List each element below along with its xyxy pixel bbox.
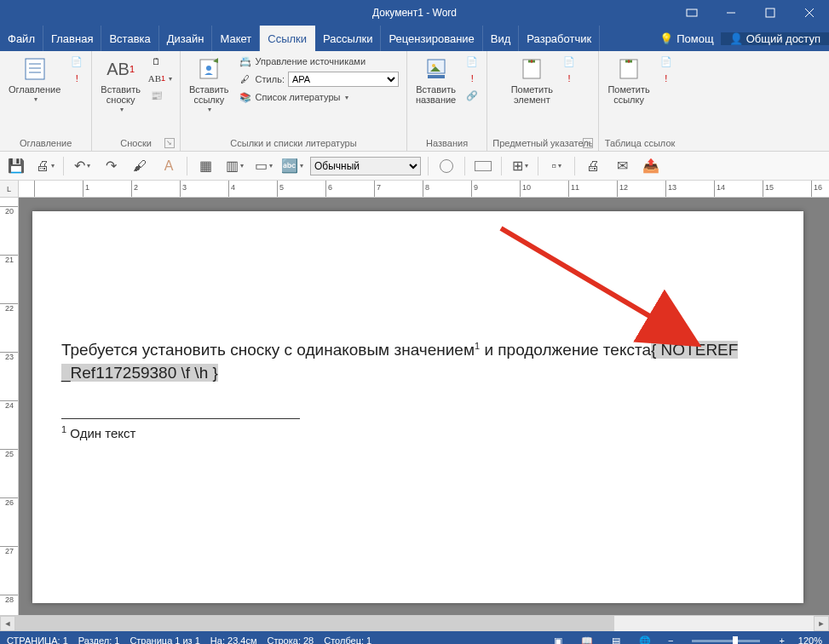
scroll-thumb[interactable]: [15, 616, 614, 631]
toc-add-text[interactable]: 📄: [67, 54, 86, 69]
orientation-button[interactable]: ▭: [252, 155, 274, 177]
status-at[interactable]: На: 23,4см: [210, 635, 257, 644]
text-box-button[interactable]: 🔤: [281, 155, 303, 177]
share-label: Общий доступ: [746, 32, 820, 45]
undo-button[interactable]: ↶: [71, 155, 93, 177]
insert-footnote-button[interactable]: AB1 Вставить сноску: [97, 54, 144, 116]
shape-rect[interactable]: [472, 155, 494, 177]
update-toa[interactable]: !: [657, 71, 676, 86]
view-gridlines[interactable]: ⊞: [509, 155, 531, 177]
cross-reference[interactable]: 🔗: [463, 88, 481, 103]
horizontal-scrollbar[interactable]: ◄ ►: [0, 615, 829, 630]
mark-citation-icon: [615, 55, 642, 83]
tab-file[interactable]: Файл: [0, 26, 43, 51]
manage-sources-icon: 📇: [239, 55, 252, 68]
tell-me[interactable]: 💡 Помощ: [653, 32, 720, 45]
tab-mailings[interactable]: Рассылки: [315, 26, 381, 51]
update-index-icon: !: [562, 72, 576, 85]
show-notes[interactable]: 📰: [147, 88, 175, 103]
zoom-knob[interactable]: [733, 636, 738, 645]
insert-table-figures[interactable]: 📄: [463, 54, 481, 69]
bulb-icon: 💡: [659, 32, 673, 45]
insert-index[interactable]: 📄: [560, 54, 579, 69]
citation-style-select[interactable]: APA: [288, 72, 399, 87]
footnote-text[interactable]: 1 Один текст: [61, 424, 774, 440]
bibliography-button[interactable]: 📚Список литературы: [236, 89, 401, 105]
status-col[interactable]: Столбец: 1: [324, 635, 371, 644]
zoom-slider[interactable]: [692, 640, 760, 642]
shape-circle[interactable]: [435, 155, 458, 177]
print-button[interactable]: 🖨: [582, 155, 604, 177]
scroll-right-button[interactable]: ►: [814, 616, 829, 631]
clear-format-button[interactable]: A: [158, 155, 180, 177]
zoom-level[interactable]: 120%: [798, 635, 822, 644]
footnotes-dialog-launcher[interactable]: ↘: [164, 138, 175, 148]
insert-table-button[interactable]: ▦: [194, 155, 216, 177]
title-bar: Документ1 - Word: [0, 0, 829, 26]
scroll-left-button[interactable]: ◄: [0, 616, 15, 631]
update-index[interactable]: !: [560, 71, 579, 86]
tab-view[interactable]: Вид: [483, 26, 520, 51]
quick-print-button[interactable]: 🖨: [34, 155, 56, 177]
document-area: 202122232425262728 Требуется установить …: [0, 198, 829, 615]
share-button[interactable]: 👤 Общий доступ: [721, 32, 829, 45]
ribbon-options-icon[interactable]: [672, 0, 711, 26]
tab-design[interactable]: Дизайн: [159, 26, 213, 51]
index-dialog-launcher[interactable]: ↘: [583, 138, 593, 148]
body-text[interactable]: Требуется установить сноску с одинаковым…: [61, 339, 774, 384]
scroll-track[interactable]: [15, 616, 814, 631]
maximize-button[interactable]: [751, 0, 790, 26]
status-line[interactable]: Строка: 28: [268, 635, 314, 644]
group-toc: Оглавление 📄 ! Оглавление: [0, 51, 92, 151]
group-captions-label: Названия: [412, 136, 481, 151]
insert-endnote[interactable]: 🗒: [147, 54, 175, 69]
update-table-figures[interactable]: !: [463, 71, 481, 86]
print-layout-button[interactable]: ▤: [607, 633, 625, 644]
insert-caption-button[interactable]: Вставить название: [412, 54, 459, 106]
toc-button[interactable]: Оглавление: [5, 54, 64, 106]
minimize-button[interactable]: [711, 0, 751, 26]
vertical-ruler[interactable]: 202122232425262728: [0, 198, 19, 615]
status-pageof[interactable]: Страница 1 из 1: [130, 635, 199, 644]
document-scroll[interactable]: Требуется установить сноску с одинаковым…: [19, 198, 829, 615]
tab-review[interactable]: Рецензирование: [381, 26, 482, 51]
zoom-out-button[interactable]: −: [665, 635, 676, 644]
status-page[interactable]: СТРАНИЦА: 1: [7, 635, 68, 644]
horizontal-ruler[interactable]: L 12345678910111213141516: [0, 181, 829, 198]
columns-button[interactable]: ▥: [223, 155, 245, 177]
macro-record-icon[interactable]: ▣: [549, 633, 567, 644]
next-footnote[interactable]: AB1: [147, 71, 175, 86]
insert-citation-button[interactable]: Вставить ссылку: [186, 54, 233, 116]
close-button[interactable]: [790, 0, 829, 26]
format-painter-button[interactable]: 🖌: [129, 155, 151, 177]
options-button[interactable]: 📤: [640, 155, 662, 177]
margins-button[interactable]: ▫: [545, 155, 567, 177]
page[interactable]: Требуется установить сноску с одинаковым…: [32, 211, 803, 603]
insert-toa[interactable]: 📄: [657, 54, 676, 69]
tab-home[interactable]: Главная: [43, 26, 101, 51]
tab-layout[interactable]: Макет: [212, 26, 260, 51]
tab-insert[interactable]: Вставка: [101, 26, 158, 51]
group-toa-label: Таблица ссылок: [604, 136, 675, 151]
read-mode-button[interactable]: 📖: [578, 633, 596, 644]
group-toa: Пометить ссылку 📄 ! Таблица ссылок: [599, 51, 680, 151]
tab-references[interactable]: Ссылки: [260, 26, 315, 51]
zoom-in-button[interactable]: +: [775, 635, 787, 644]
mark-citation-button[interactable]: Пометить ссылку: [604, 54, 653, 106]
text-part-2: и продолжение текста: [480, 341, 651, 359]
update-tof-icon: !: [465, 72, 479, 85]
manage-sources[interactable]: 📇Управление источниками: [236, 54, 401, 69]
save-button[interactable]: 💾: [5, 155, 27, 177]
citation-style[interactable]: 🖋Стиль: APA: [236, 71, 401, 88]
ruler-corner[interactable]: L: [0, 181, 19, 197]
style-select[interactable]: Обычный: [310, 157, 421, 175]
mark-entry-button[interactable]: Пометить элемент: [508, 54, 556, 106]
web-layout-button[interactable]: 🌐: [636, 633, 654, 644]
toc-update[interactable]: !: [67, 71, 86, 86]
svg-point-12: [432, 64, 435, 67]
footnote-content: Один текст: [66, 426, 135, 440]
tab-developer[interactable]: Разработчик: [519, 26, 600, 51]
redo-button[interactable]: ↷: [100, 155, 122, 177]
mail-button[interactable]: ✉: [611, 155, 633, 177]
status-section[interactable]: Раздел: 1: [78, 635, 120, 644]
